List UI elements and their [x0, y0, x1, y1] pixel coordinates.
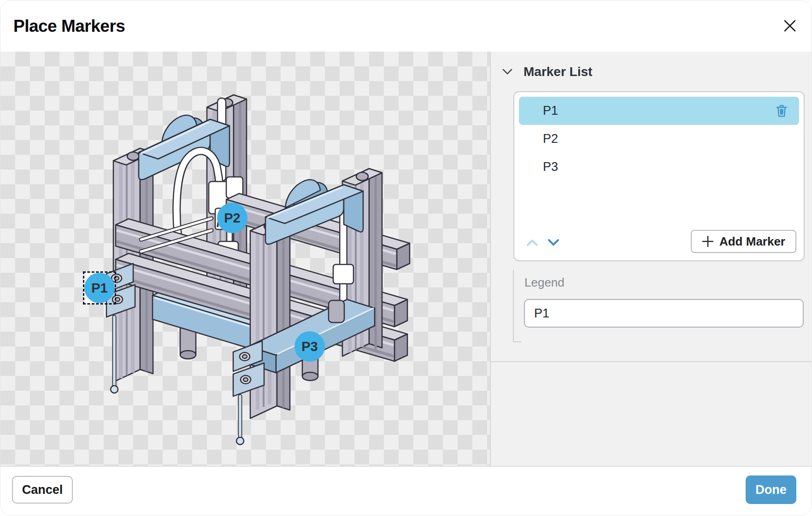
trash-icon — [775, 104, 788, 118]
marker-item-label: P1 — [543, 104, 558, 118]
x-icon — [783, 18, 797, 33]
reorder-controls — [525, 238, 560, 247]
close-button[interactable] — [778, 14, 801, 37]
dialog-title: Place Markers — [13, 0, 125, 52]
canvas-marker-p1[interactable]: P1 — [84, 273, 115, 303]
chevron-down-icon — [502, 69, 512, 75]
delete-marker-button[interactable] — [775, 104, 789, 118]
marker-list-panel: Marker List P1 — [490, 52, 812, 466]
marker-item-label: P3 — [543, 160, 558, 174]
marker-list-item-p3[interactable]: P3 — [519, 153, 799, 181]
cancel-button[interactable]: Cancel — [12, 476, 73, 504]
legend-label: Legend — [524, 276, 565, 290]
rod-clamp-block — [333, 264, 353, 284]
add-marker-button[interactable]: Add Marker — [691, 230, 796, 253]
marker-canvas[interactable]: P1 P2 P3 — [0, 52, 490, 466]
plus-icon — [702, 235, 714, 247]
chevron-down-icon — [547, 239, 559, 246]
legend-group-line — [513, 270, 521, 342]
move-up-button[interactable] — [525, 238, 539, 247]
dialog-footer: Cancel Done — [0, 466, 812, 516]
canvas-marker-p3[interactable]: P3 — [294, 331, 325, 362]
canvas-marker-p2[interactable]: P2 — [217, 203, 247, 233]
chevron-up-icon — [526, 239, 538, 246]
move-down-button[interactable] — [547, 238, 560, 247]
marker-list-item-p1[interactable]: P1 — [519, 97, 799, 125]
marker-list-section-header: Marker List — [500, 64, 592, 79]
panel-divider — [491, 361, 812, 362]
place-markers-dialog: Place Markers — [0, 0, 812, 516]
section-title: Marker List — [524, 64, 592, 79]
frame-illustration — [0, 52, 490, 466]
marker-list-item-p2[interactable]: P2 — [519, 125, 799, 153]
add-marker-label: Add Marker — [719, 235, 785, 249]
legend-input[interactable] — [524, 299, 804, 328]
section-collapse-button[interactable] — [500, 67, 514, 77]
marker-item-label: P2 — [543, 132, 558, 146]
marker-list-card: P1 P2 — [513, 91, 805, 261]
dialog-header: Place Markers — [0, 0, 812, 52]
done-button[interactable]: Done — [746, 475, 796, 504]
